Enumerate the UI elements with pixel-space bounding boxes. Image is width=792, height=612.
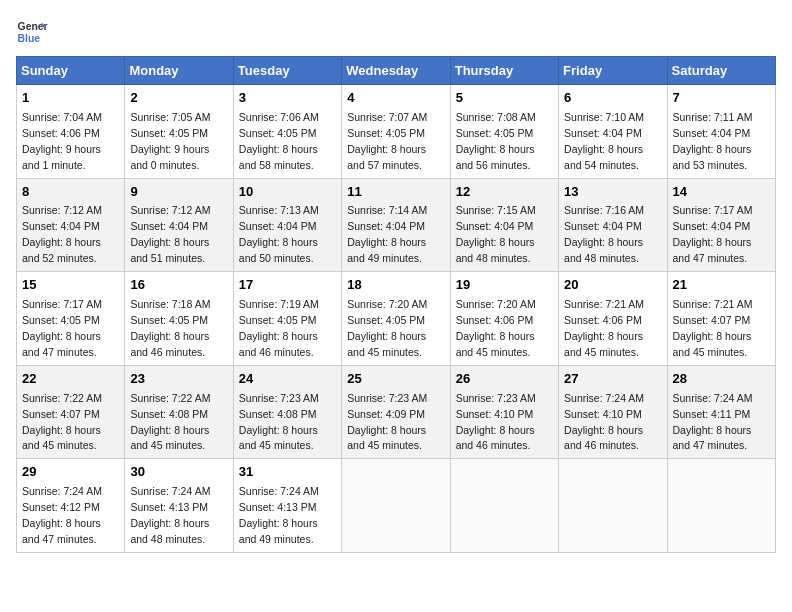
logo: General Blue — [16, 16, 48, 48]
sunrise-info: Sunrise: 7:06 AM — [239, 111, 319, 123]
header-cell-wednesday: Wednesday — [342, 57, 450, 85]
daylight-info: Daylight: 8 hours and 56 minutes. — [456, 143, 535, 171]
calendar-cell: 13 Sunrise: 7:16 AM Sunset: 4:04 PM Dayl… — [559, 178, 667, 272]
sunset-info: Sunset: 4:04 PM — [673, 127, 751, 139]
day-number: 22 — [22, 370, 119, 389]
day-number: 17 — [239, 276, 336, 295]
calendar-header: SundayMondayTuesdayWednesdayThursdayFrid… — [17, 57, 776, 85]
sunset-info: Sunset: 4:05 PM — [239, 314, 317, 326]
calendar-cell: 29 Sunrise: 7:24 AM Sunset: 4:12 PM Dayl… — [17, 459, 125, 553]
calendar-week-4: 22 Sunrise: 7:22 AM Sunset: 4:07 PM Dayl… — [17, 365, 776, 459]
day-number: 10 — [239, 183, 336, 202]
logo-icon: General Blue — [16, 16, 48, 48]
day-number: 23 — [130, 370, 227, 389]
calendar-cell: 17 Sunrise: 7:19 AM Sunset: 4:05 PM Dayl… — [233, 272, 341, 366]
sunrise-info: Sunrise: 7:10 AM — [564, 111, 644, 123]
sunset-info: Sunset: 4:11 PM — [673, 408, 751, 420]
header-cell-thursday: Thursday — [450, 57, 558, 85]
day-number: 12 — [456, 183, 553, 202]
daylight-info: Daylight: 8 hours and 52 minutes. — [22, 236, 101, 264]
sunrise-info: Sunrise: 7:24 AM — [673, 392, 753, 404]
sunrise-info: Sunrise: 7:22 AM — [130, 392, 210, 404]
calendar-cell: 3 Sunrise: 7:06 AM Sunset: 4:05 PM Dayli… — [233, 85, 341, 179]
daylight-info: Daylight: 8 hours and 47 minutes. — [673, 424, 752, 452]
daylight-info: Daylight: 8 hours and 49 minutes. — [347, 236, 426, 264]
calendar-cell: 25 Sunrise: 7:23 AM Sunset: 4:09 PM Dayl… — [342, 365, 450, 459]
calendar-cell: 16 Sunrise: 7:18 AM Sunset: 4:05 PM Dayl… — [125, 272, 233, 366]
sunset-info: Sunset: 4:05 PM — [130, 314, 208, 326]
sunrise-info: Sunrise: 7:24 AM — [22, 485, 102, 497]
sunset-info: Sunset: 4:05 PM — [22, 314, 100, 326]
calendar-cell: 14 Sunrise: 7:17 AM Sunset: 4:04 PM Dayl… — [667, 178, 775, 272]
daylight-info: Daylight: 8 hours and 51 minutes. — [130, 236, 209, 264]
sunrise-info: Sunrise: 7:18 AM — [130, 298, 210, 310]
daylight-info: Daylight: 9 hours and 1 minute. — [22, 143, 101, 171]
daylight-info: Daylight: 8 hours and 58 minutes. — [239, 143, 318, 171]
sunset-info: Sunset: 4:07 PM — [673, 314, 751, 326]
calendar-cell: 5 Sunrise: 7:08 AM Sunset: 4:05 PM Dayli… — [450, 85, 558, 179]
sunrise-info: Sunrise: 7:23 AM — [456, 392, 536, 404]
sunset-info: Sunset: 4:05 PM — [130, 127, 208, 139]
daylight-info: Daylight: 8 hours and 46 minutes. — [456, 424, 535, 452]
day-number: 9 — [130, 183, 227, 202]
sunset-info: Sunset: 4:04 PM — [22, 220, 100, 232]
sunset-info: Sunset: 4:07 PM — [22, 408, 100, 420]
sunset-info: Sunset: 4:05 PM — [456, 127, 534, 139]
sunrise-info: Sunrise: 7:11 AM — [673, 111, 753, 123]
calendar-body: 1 Sunrise: 7:04 AM Sunset: 4:06 PM Dayli… — [17, 85, 776, 553]
day-number: 16 — [130, 276, 227, 295]
day-number: 20 — [564, 276, 661, 295]
calendar-week-5: 29 Sunrise: 7:24 AM Sunset: 4:12 PM Dayl… — [17, 459, 776, 553]
daylight-info: Daylight: 8 hours and 45 minutes. — [456, 330, 535, 358]
daylight-info: Daylight: 8 hours and 49 minutes. — [239, 517, 318, 545]
calendar-cell: 27 Sunrise: 7:24 AM Sunset: 4:10 PM Dayl… — [559, 365, 667, 459]
daylight-info: Daylight: 8 hours and 46 minutes. — [239, 330, 318, 358]
daylight-info: Daylight: 8 hours and 57 minutes. — [347, 143, 426, 171]
sunset-info: Sunset: 4:04 PM — [564, 127, 642, 139]
sunrise-info: Sunrise: 7:21 AM — [564, 298, 644, 310]
day-number: 27 — [564, 370, 661, 389]
sunset-info: Sunset: 4:04 PM — [130, 220, 208, 232]
sunrise-info: Sunrise: 7:17 AM — [22, 298, 102, 310]
day-number: 18 — [347, 276, 444, 295]
daylight-info: Daylight: 8 hours and 45 minutes. — [564, 330, 643, 358]
day-number: 25 — [347, 370, 444, 389]
calendar-cell: 4 Sunrise: 7:07 AM Sunset: 4:05 PM Dayli… — [342, 85, 450, 179]
calendar-cell — [667, 459, 775, 553]
daylight-info: Daylight: 8 hours and 53 minutes. — [673, 143, 752, 171]
daylight-info: Daylight: 8 hours and 45 minutes. — [130, 424, 209, 452]
sunrise-info: Sunrise: 7:21 AM — [673, 298, 753, 310]
calendar-cell: 26 Sunrise: 7:23 AM Sunset: 4:10 PM Dayl… — [450, 365, 558, 459]
header-cell-tuesday: Tuesday — [233, 57, 341, 85]
calendar-cell: 11 Sunrise: 7:14 AM Sunset: 4:04 PM Dayl… — [342, 178, 450, 272]
header-row: SundayMondayTuesdayWednesdayThursdayFrid… — [17, 57, 776, 85]
sunset-info: Sunset: 4:10 PM — [456, 408, 534, 420]
sunset-info: Sunset: 4:04 PM — [456, 220, 534, 232]
daylight-info: Daylight: 8 hours and 54 minutes. — [564, 143, 643, 171]
sunrise-info: Sunrise: 7:07 AM — [347, 111, 427, 123]
daylight-info: Daylight: 8 hours and 50 minutes. — [239, 236, 318, 264]
day-number: 13 — [564, 183, 661, 202]
calendar-cell — [450, 459, 558, 553]
sunrise-info: Sunrise: 7:13 AM — [239, 204, 319, 216]
day-number: 30 — [130, 463, 227, 482]
calendar-cell: 10 Sunrise: 7:13 AM Sunset: 4:04 PM Dayl… — [233, 178, 341, 272]
sunset-info: Sunset: 4:10 PM — [564, 408, 642, 420]
day-number: 11 — [347, 183, 444, 202]
day-number: 4 — [347, 89, 444, 108]
day-number: 24 — [239, 370, 336, 389]
sunrise-info: Sunrise: 7:15 AM — [456, 204, 536, 216]
daylight-info: Daylight: 8 hours and 46 minutes. — [130, 330, 209, 358]
calendar-week-3: 15 Sunrise: 7:17 AM Sunset: 4:05 PM Dayl… — [17, 272, 776, 366]
day-number: 15 — [22, 276, 119, 295]
sunset-info: Sunset: 4:08 PM — [130, 408, 208, 420]
daylight-info: Daylight: 8 hours and 47 minutes. — [673, 236, 752, 264]
sunrise-info: Sunrise: 7:24 AM — [239, 485, 319, 497]
day-number: 28 — [673, 370, 770, 389]
day-number: 6 — [564, 89, 661, 108]
sunrise-info: Sunrise: 7:22 AM — [22, 392, 102, 404]
calendar-cell: 8 Sunrise: 7:12 AM Sunset: 4:04 PM Dayli… — [17, 178, 125, 272]
header: General Blue — [16, 16, 776, 48]
calendar-cell: 21 Sunrise: 7:21 AM Sunset: 4:07 PM Dayl… — [667, 272, 775, 366]
sunrise-info: Sunrise: 7:14 AM — [347, 204, 427, 216]
